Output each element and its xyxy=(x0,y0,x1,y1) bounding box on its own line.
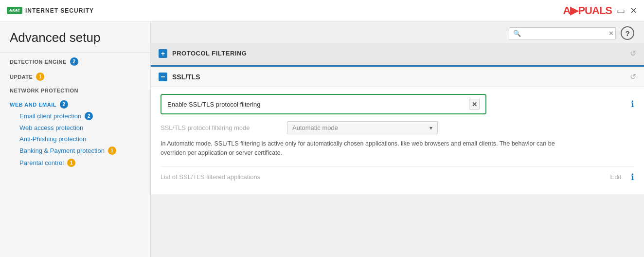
top-bar-left: eset INTERNET SECURITY xyxy=(7,7,94,14)
search-box[interactable]: 🔍 ✕ xyxy=(509,27,616,39)
sidebar-label-detection[interactable]: DETECTION ENGINE 2 xyxy=(10,57,141,66)
protocol-filtering-toggle[interactable]: + xyxy=(159,49,167,58)
sidebar-item-email-client[interactable]: Email client protection 2 xyxy=(19,110,141,122)
window-controls: ▭ ✕ xyxy=(617,5,637,16)
eset-logo: eset INTERNET SECURITY xyxy=(7,7,94,14)
ssl-tls-panel: − SSL/TLS ↺ Enable SSL/TLS protocol filt… xyxy=(151,65,644,194)
eset-product-name: INTERNET SECURITY xyxy=(25,7,94,14)
monitor-icon[interactable]: ▭ xyxy=(617,5,625,16)
sidebar-item-anti-phishing[interactable]: Anti-Phishing protection xyxy=(19,134,141,144)
main-layout: Advanced setup DETECTION ENGINE 2 UPDATE… xyxy=(0,21,644,257)
filter-mode-chevron-icon: ▾ xyxy=(429,125,432,131)
help-button[interactable]: ? xyxy=(621,26,634,40)
filtered-apps-label: List of SSL/TLS filtered applications xyxy=(161,173,610,181)
sidebar-label-network[interactable]: NETWORK PROTECTION xyxy=(10,88,141,93)
filter-mode-select[interactable]: Automatic mode ▾ xyxy=(287,121,438,134)
ssl-tls-reset[interactable]: ↺ xyxy=(630,72,636,81)
ssl-tls-header: − SSL/TLS ↺ xyxy=(151,65,644,87)
enable-ssl-row: Enable SSL/TLS protocol filtering ✕ ℹ xyxy=(161,94,634,114)
ssl-tls-content: Enable SSL/TLS protocol filtering ✕ ℹ SS… xyxy=(151,87,644,194)
sidebar-section-web-email[interactable]: WEB AND EMAIL 2 Email client protection … xyxy=(0,95,150,170)
protocol-filtering-header: + PROTOCOL FILTERING ↺ xyxy=(151,43,644,64)
sidebar-label-web-email[interactable]: WEB AND EMAIL 2 xyxy=(10,100,141,109)
badge-banking: 1 xyxy=(108,147,116,155)
ssl-tls-toggle[interactable]: − xyxy=(159,73,167,81)
top-bar-right: A▶PUALS ▭ ✕ xyxy=(563,4,637,17)
protocol-filtering-panel: + PROTOCOL FILTERING ↺ xyxy=(151,43,644,64)
search-icon: 🔍 xyxy=(513,30,521,37)
sidebar-section-network[interactable]: NETWORK PROTECTION xyxy=(0,83,150,95)
badge-update: 1 xyxy=(36,73,44,81)
filter-mode-value: Automatic mode xyxy=(292,124,338,131)
sidebar: Advanced setup DETECTION ENGINE 2 UPDATE… xyxy=(0,21,151,257)
content-area: 🔍 ✕ ? + PROTOCOL FILTERING ↺ − SSL/TLS xyxy=(151,21,644,257)
enable-ssl-info-icon[interactable]: ℹ xyxy=(621,99,634,110)
search-clear-icon[interactable]: ✕ xyxy=(608,30,614,37)
badge-web-email: 2 xyxy=(60,100,68,109)
checkbox-x-icon: ✕ xyxy=(472,101,477,108)
sidebar-section-detection[interactable]: DETECTION ENGINE 2 xyxy=(0,53,150,68)
eset-badge: eset xyxy=(7,7,22,14)
enable-ssl-checkbox[interactable]: ✕ xyxy=(469,99,480,110)
filtered-apps-row: List of SSL/TLS filtered applications Ed… xyxy=(161,166,634,187)
search-input[interactable] xyxy=(524,30,606,37)
badge-parental: 1 xyxy=(67,159,75,167)
protocol-filtering-reset[interactable]: ↺ xyxy=(630,49,636,58)
filter-mode-label: SSL/TLS protocol filtering mode xyxy=(161,124,287,131)
sidebar-item-parental[interactable]: Parental control 1 xyxy=(19,157,141,168)
enable-ssl-label: Enable SSL/TLS protocol filtering xyxy=(167,101,464,108)
sidebar-items-web-email: Email client protection 2 Web access pro… xyxy=(10,109,141,168)
protocol-filtering-title: PROTOCOL FILTERING xyxy=(172,50,625,57)
ssl-description: In Automatic mode, SSL/TLS filtering is … xyxy=(161,139,559,158)
filtered-apps-edit-button[interactable]: Edit xyxy=(610,173,621,181)
sidebar-section-update[interactable]: UPDATE 1 xyxy=(0,68,150,83)
top-bar: eset INTERNET SECURITY A▶PUALS ▭ ✕ xyxy=(0,0,644,21)
filtered-apps-info-icon[interactable]: ℹ xyxy=(631,172,634,183)
enable-ssl-box[interactable]: Enable SSL/TLS protocol filtering ✕ xyxy=(161,94,486,114)
close-icon[interactable]: ✕ xyxy=(630,5,637,16)
appuals-logo: A▶PUALS xyxy=(563,4,612,17)
ssl-tls-title: SSL/TLS xyxy=(172,73,625,81)
sidebar-item-banking[interactable]: Banking & Payment protection 1 xyxy=(19,145,141,156)
content-scroll: + PROTOCOL FILTERING ↺ − SSL/TLS ↺ Enabl… xyxy=(151,43,644,257)
badge-email-client: 2 xyxy=(85,112,93,120)
sidebar-item-web-access[interactable]: Web access protection xyxy=(19,123,141,133)
sidebar-label-update[interactable]: UPDATE 1 xyxy=(10,73,141,81)
badge-detection: 2 xyxy=(70,57,78,66)
sidebar-title: Advanced setup xyxy=(0,21,150,53)
content-header: 🔍 ✕ ? xyxy=(151,21,644,43)
filter-mode-row: SSL/TLS protocol filtering mode Automati… xyxy=(161,121,634,134)
